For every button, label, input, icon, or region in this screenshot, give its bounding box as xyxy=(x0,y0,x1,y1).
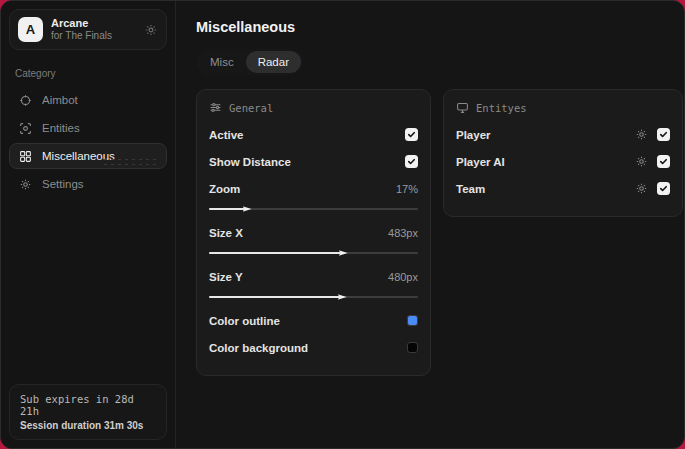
monitor-icon xyxy=(456,101,469,114)
check-icon xyxy=(407,130,416,139)
color-row-outline: Color outline xyxy=(209,310,418,331)
size-x-slider[interactable] xyxy=(209,249,418,257)
slider-row-size-x: Size X 483px xyxy=(209,222,418,243)
sidebar-item-settings[interactable]: Settings xyxy=(9,171,167,197)
sidebar-nav: Aimbot Entities Miscella xyxy=(1,87,175,197)
size-y-slider[interactable] xyxy=(209,293,418,301)
scan-eye-icon xyxy=(18,122,33,135)
app-subtitle: for The Finals xyxy=(51,30,136,42)
gear-icon[interactable] xyxy=(144,23,158,37)
active-checkbox[interactable] xyxy=(405,128,418,141)
account-card[interactable]: A Arcane for The Finals xyxy=(9,9,167,50)
sidebar: A Arcane for The Finals Category xyxy=(1,1,176,448)
panel-title: General xyxy=(229,102,273,114)
session-duration-text: Session duration 31m 30s xyxy=(20,420,156,431)
check-icon xyxy=(659,157,668,166)
gear-icon[interactable] xyxy=(635,128,648,141)
entities-panel: Entityes Player xyxy=(443,89,683,217)
color-background-swatch[interactable] xyxy=(407,342,418,353)
player-checkbox[interactable] xyxy=(657,128,670,141)
main-content: Miscellaneous Misc Radar General xyxy=(176,1,685,448)
show-distance-checkbox[interactable] xyxy=(405,155,418,168)
entity-row-player: Player xyxy=(456,124,670,145)
gear-icon xyxy=(18,178,33,191)
sidebar-item-label: Entities xyxy=(42,122,80,134)
avatar: A xyxy=(18,17,43,42)
check-icon xyxy=(659,184,668,193)
sub-expiry-text: Sub expires in 28d 21h xyxy=(20,393,156,417)
player-ai-checkbox[interactable] xyxy=(657,155,670,168)
toggle-row-active: Active xyxy=(209,124,418,145)
sidebar-item-miscellaneous[interactable]: Miscellaneous xyxy=(9,143,167,169)
grid-icon xyxy=(18,150,33,163)
tab-radar[interactable]: Radar xyxy=(246,51,301,73)
size-y-value: 480px xyxy=(388,271,418,283)
sliders-icon xyxy=(209,101,222,114)
sidebar-item-aimbot[interactable]: Aimbot xyxy=(9,87,167,113)
check-icon xyxy=(407,157,416,166)
app-title: Arcane xyxy=(51,17,136,30)
size-x-value: 483px xyxy=(388,227,418,239)
entity-row-team: Team xyxy=(456,178,670,199)
color-outline-swatch[interactable] xyxy=(407,315,418,326)
zoom-slider[interactable] xyxy=(209,205,418,213)
category-label: Category xyxy=(15,68,161,79)
app-window: A Arcane for The Finals Category xyxy=(0,0,685,449)
sidebar-item-label: Aimbot xyxy=(42,94,78,106)
slider-row-zoom: Zoom 17% xyxy=(209,178,418,199)
check-icon xyxy=(659,130,668,139)
team-checkbox[interactable] xyxy=(657,182,670,195)
tab-misc[interactable]: Misc xyxy=(198,51,246,73)
page-title: Miscellaneous xyxy=(196,19,683,35)
tab-bar: Misc Radar xyxy=(196,49,303,75)
entity-row-player-ai: Player AI xyxy=(456,151,670,172)
subscription-card: Sub expires in 28d 21h Session duration … xyxy=(9,384,167,440)
color-row-background: Color background xyxy=(209,337,418,358)
general-panel: General Active Show Distance Zoom xyxy=(196,89,431,376)
sidebar-item-label: Miscellaneous xyxy=(42,150,115,162)
zoom-value: 17% xyxy=(396,183,418,195)
sidebar-item-entities[interactable]: Entities xyxy=(9,115,167,141)
panel-title: Entityes xyxy=(476,102,527,114)
sidebar-item-label: Settings xyxy=(42,178,84,190)
crosshair-icon xyxy=(18,94,33,107)
gear-icon[interactable] xyxy=(635,182,648,195)
gear-icon[interactable] xyxy=(635,155,648,168)
slider-row-size-y: Size Y 480px xyxy=(209,266,418,287)
toggle-row-show-distance: Show Distance xyxy=(209,151,418,172)
